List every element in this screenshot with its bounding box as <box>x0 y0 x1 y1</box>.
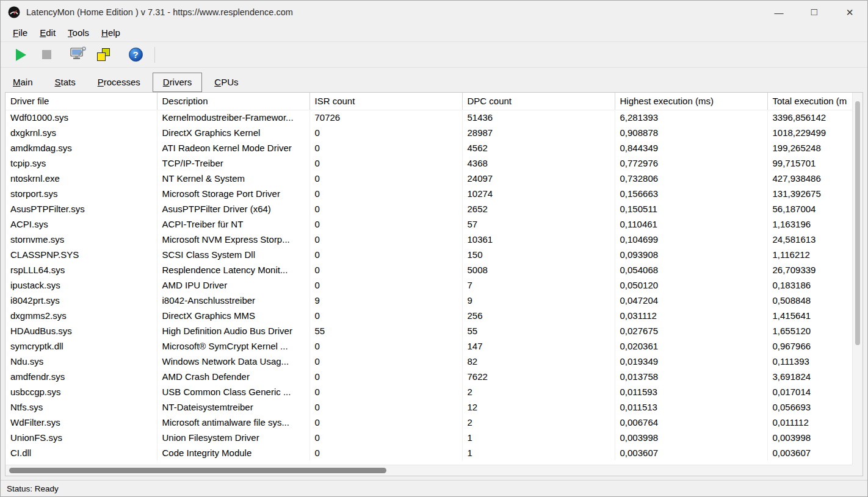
table-cell: 0 <box>309 354 462 369</box>
table-row[interactable]: ipustack.sysAMD IPU Driver070,0501200,18… <box>5 277 852 293</box>
table-row[interactable]: rspLLL64.sysResplendence Latency Monit..… <box>5 262 852 277</box>
table-row[interactable]: ntoskrnl.exeNT Kernel & System0240970,73… <box>5 171 852 186</box>
column-header[interactable]: Highest execution (ms) <box>615 93 767 110</box>
table-cell: 0 <box>309 308 462 323</box>
table-cell: 0,111393 <box>767 354 852 369</box>
table-cell: 0 <box>309 262 462 277</box>
table-cell: ACPI-Treiber für NT <box>157 216 309 232</box>
column-header[interactable]: DPC count <box>462 93 615 110</box>
table-row[interactable]: amdfendr.sysAMD Crash Defender076220,013… <box>5 369 852 384</box>
minimize-button[interactable]: — <box>761 1 797 24</box>
table-cell: 2 <box>462 384 615 399</box>
table-row[interactable]: dxgmms2.sysDirectX Graphics MMS02560,031… <box>5 308 852 323</box>
table-cell: 1,655120 <box>767 323 852 338</box>
column-header[interactable]: ISR count <box>309 93 462 110</box>
table-cell: 6,281393 <box>615 110 767 125</box>
table-cell: 0 <box>309 277 462 293</box>
column-header[interactable]: Total execution (m <box>767 93 852 110</box>
table-cell: usbccgp.sys <box>5 384 157 399</box>
table-row[interactable]: AsusPTPFilter.sysAsusPTPFilter Driver (x… <box>5 201 852 216</box>
tab-main[interactable]: Main <box>3 73 43 91</box>
table-cell: i8042-Anschlusstreiber <box>157 293 309 308</box>
vertical-scrollbar[interactable] <box>852 93 863 465</box>
table-cell: 56,187004 <box>767 201 852 216</box>
table-row[interactable]: UnionFS.sysUnion Filesystem Driver010,00… <box>5 430 852 445</box>
table-row[interactable]: dxgkrnl.sysDirectX Graphics Kernel028987… <box>5 125 852 140</box>
table-row[interactable]: CLASSPNP.SYSSCSI Class System Dll01500,0… <box>5 247 852 262</box>
table-cell: CI.dll <box>5 445 157 460</box>
stop-monitor-button[interactable] <box>36 45 57 65</box>
horizontal-scrollbar[interactable] <box>5 465 852 476</box>
monitor-wrench-icon <box>70 46 86 63</box>
table-cell: Microsoft® SymCrypt Kernel ... <box>157 338 309 354</box>
maximize-button[interactable]: □ <box>797 1 832 24</box>
table-row[interactable]: CI.dllCode Integrity Module010,0036070,0… <box>5 445 852 460</box>
table-cell: HDAudBus.sys <box>5 323 157 338</box>
vertical-scrollbar-thumb[interactable] <box>855 101 860 345</box>
table-cell: 147 <box>462 338 615 354</box>
table-cell: SCSI Class System Dll <box>157 247 309 262</box>
tab-stats[interactable]: Stats <box>45 73 85 91</box>
table-cell: USB Common Class Generic ... <box>157 384 309 399</box>
windows-view-button[interactable] <box>93 45 114 65</box>
menu-item-tools[interactable]: Tools <box>62 25 95 40</box>
horizontal-scrollbar-thumb[interactable] <box>9 468 386 473</box>
column-header[interactable]: Driver file <box>5 93 157 110</box>
start-monitor-button[interactable] <box>10 45 31 65</box>
menu-item-file[interactable]: File <box>7 25 34 40</box>
menu-item-edit[interactable]: Edit <box>34 25 62 40</box>
titlebar: LatencyMon (Home Edition ) v 7.31 - http… <box>1 1 867 24</box>
table-cell: Union Filesystem Driver <box>157 430 309 445</box>
table-row[interactable]: WdFilter.sysMicrosoft antimalware file s… <box>5 415 852 430</box>
table-cell: 82 <box>462 354 615 369</box>
table-cell: 51436 <box>462 110 615 125</box>
table-header-row: Driver fileDescriptionISR countDPC count… <box>5 93 852 110</box>
table-cell: 70726 <box>309 110 462 125</box>
table-cell: 0,150511 <box>615 201 767 216</box>
table-row[interactable]: stornvme.sysMicrosoft NVM Express Storp.… <box>5 232 852 247</box>
table-row[interactable]: ACPI.sysACPI-Treiber für NT0570,1104611,… <box>5 216 852 232</box>
table-cell: 0 <box>309 186 462 201</box>
table-row[interactable]: Wdf01000.sysKernelmodustreiber-Framewor.… <box>5 110 852 125</box>
table-row[interactable]: symcryptk.dllMicrosoft® SymCrypt Kernel … <box>5 338 852 354</box>
table-viewport: Driver fileDescriptionISR countDPC count… <box>5 93 852 465</box>
tab-processes[interactable]: Processes <box>88 73 150 91</box>
table-cell: 0,844349 <box>615 140 767 156</box>
table-cell: 24097 <box>462 171 615 186</box>
table-cell: 0,093908 <box>615 247 767 262</box>
table-cell: 26,709339 <box>767 262 852 277</box>
table-cell: 10361 <box>462 232 615 247</box>
table-cell: 4562 <box>462 140 615 156</box>
table-cell: Windows Network Data Usag... <box>157 354 309 369</box>
drivers-table: Driver fileDescriptionISR countDPC count… <box>5 93 852 460</box>
table-row[interactable]: tcpip.sysTCP/IP-Treiber043680,77297699,7… <box>5 156 852 171</box>
tab-cpus[interactable]: CPUs <box>204 73 248 91</box>
table-row[interactable]: i8042prt.sysi8042-Anschlusstreiber990,04… <box>5 293 852 308</box>
drivers-table-area: Driver fileDescriptionISR countDPC count… <box>5 92 863 476</box>
table-cell: Ndu.sys <box>5 354 157 369</box>
table-cell: 0 <box>309 369 462 384</box>
help-button[interactable]: ? <box>125 45 146 65</box>
table-cell: 1 <box>462 430 615 445</box>
table-row[interactable]: HDAudBus.sysHigh Definition Audio Bus Dr… <box>5 323 852 338</box>
table-cell: NT-Dateisystemtreiber <box>157 399 309 415</box>
menubar: FileEditToolsHelp <box>1 24 867 42</box>
tab-strip: MainStatsProcessesDriversCPUs <box>1 68 867 92</box>
table-row[interactable]: amdkmdag.sysATI Radeon Kernel Mode Drive… <box>5 140 852 156</box>
menu-item-help[interactable]: Help <box>95 25 126 40</box>
table-cell: 57 <box>462 216 615 232</box>
table-cell: Resplendence Latency Monit... <box>157 262 309 277</box>
table-cell: 0,156663 <box>615 186 767 201</box>
table-row[interactable]: usbccgp.sysUSB Common Class Generic ...0… <box>5 384 852 399</box>
tools-options-button[interactable] <box>68 45 89 65</box>
table-row[interactable]: Ntfs.sysNT-Dateisystemtreiber0120,011513… <box>5 399 852 415</box>
table-row[interactable]: Ndu.sysWindows Network Data Usag...0820,… <box>5 354 852 369</box>
table-cell: 0,732806 <box>615 171 767 186</box>
table-cell: 0 <box>309 384 462 399</box>
table-row[interactable]: storport.sysMicrosoft Storage Port Drive… <box>5 186 852 201</box>
table-cell: 0,019349 <box>615 354 767 369</box>
tab-drivers[interactable]: Drivers <box>153 73 203 92</box>
stacked-windows-icon <box>96 48 111 62</box>
close-button[interactable]: × <box>832 1 867 24</box>
column-header[interactable]: Description <box>157 93 309 110</box>
